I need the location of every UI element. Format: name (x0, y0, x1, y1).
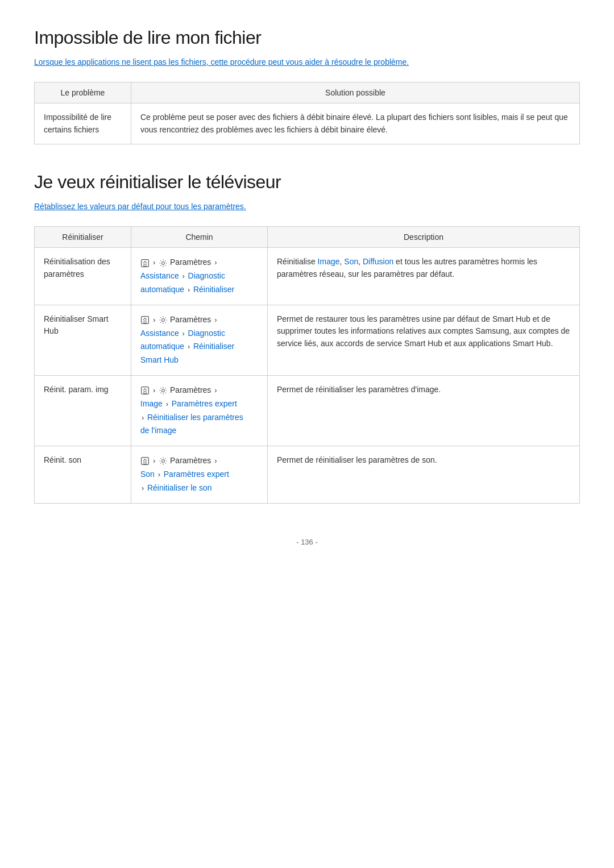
path-text-params-4: Paramètres (170, 456, 213, 465)
chevron-icon: › (214, 258, 217, 267)
cell-path-4: › Paramètres › Son › Paramètres expert (131, 446, 268, 503)
svg-point-2 (162, 261, 165, 264)
col-header-reinit: Réinitialiser (35, 227, 131, 248)
table-row: Réinitialiser SmartHub › Par (35, 305, 580, 375)
svg-rect-4 (144, 321, 146, 323)
svg-rect-1 (144, 264, 146, 266)
chevron-icon: › (166, 400, 171, 408)
path-smart-hub: Smart Hub (140, 355, 179, 364)
cell-desc-2: Permet de restaurer tous les paramètres … (268, 305, 580, 375)
svg-rect-9 (142, 458, 149, 465)
home-icon (140, 315, 150, 325)
page-footer: - 136 - (34, 538, 580, 546)
gear-icon (159, 315, 168, 325)
chevron-icon: › (182, 272, 187, 280)
chevron-icon: › (142, 413, 146, 422)
path-expert-3: Paramètres expert (172, 399, 237, 408)
chevron-icon: › (188, 342, 192, 351)
cell-desc-4: Permet de réinitialiser les paramètres d… (268, 446, 580, 503)
col-header-desc: Description (268, 227, 580, 248)
path-image-3: Image (140, 399, 163, 408)
svg-rect-10 (144, 462, 146, 464)
gear-icon (159, 386, 168, 395)
chevron-icon: › (153, 386, 155, 394)
section2-table: Réinitialiser Chemin Description Réiniti… (34, 226, 580, 503)
cell-desc-1: Réinitialise Image, Son, Diffusion et to… (268, 248, 580, 305)
chevron-icon: › (153, 258, 155, 267)
home-icon (140, 456, 150, 466)
col-header-solution: Solution possible (131, 82, 580, 103)
cell-solution: Ce problème peut se poser avec des fichi… (131, 103, 580, 144)
table-row: Réinitialisation desparamètres › (35, 248, 580, 305)
path-reinit-1: Réinitialiser (193, 285, 234, 294)
chevron-icon: › (188, 285, 192, 294)
table-row: Réinit. param. img › Paramèt (35, 375, 580, 446)
col-header-chemin: Chemin (131, 227, 268, 248)
cell-reinit-2: Réinitialiser SmartHub (35, 305, 131, 375)
path-assistance-2: Assistance (140, 329, 179, 338)
cell-problem: Impossibilité de lire certains fichiers (35, 103, 131, 144)
chevron-icon: › (214, 456, 217, 465)
path-assistance-1: Assistance (140, 271, 179, 280)
section2-subtitle: Rétablissez les valeurs par défaut pour … (34, 201, 580, 213)
path-auto-2: automatique (140, 342, 184, 351)
svg-rect-7 (144, 392, 146, 394)
chevron-icon: › (142, 484, 146, 492)
cell-path-3: › Paramètres › Image › Paramètres expert (131, 375, 268, 446)
cell-path-1: › Paramètres › Assistance › Diagnostic (131, 248, 268, 305)
path-de-limage: de l'image (140, 426, 176, 435)
chevron-icon: › (153, 456, 155, 465)
svg-rect-6 (142, 387, 149, 394)
path-diagnostic-2: Diagnostic (188, 329, 225, 338)
svg-point-11 (162, 460, 165, 463)
cell-reinit-1: Réinitialisation desparamètres (35, 248, 131, 305)
chevron-icon: › (158, 470, 163, 479)
chevron-icon: › (214, 386, 217, 394)
section1-title: Impossible de lire mon fichier (34, 27, 580, 48)
path-diagnostic-1: Diagnostic (188, 271, 225, 280)
table-row: Impossibilité de lire certains fichiers … (35, 103, 580, 144)
section1-subtitle: Lorsque les applications ne lisent pas l… (34, 56, 580, 68)
path-auto-1: automatique (140, 285, 184, 294)
path-text-params-2: Paramètres (170, 315, 213, 324)
gear-icon (159, 259, 168, 268)
gear-icon (159, 456, 168, 466)
home-icon (140, 259, 150, 268)
col-header-problem: Le problème (35, 82, 131, 103)
home-icon (140, 386, 150, 395)
chevron-icon: › (214, 315, 217, 324)
path-reinit-smarthub: Réinitialiser (193, 342, 234, 351)
cell-path-2: › Paramètres › Assistance › Diagnostic (131, 305, 268, 375)
path-expert-4: Paramètres expert (164, 470, 229, 479)
section2-title: Je veux réinitialiser le téléviseur (34, 172, 580, 193)
cell-reinit-3: Réinit. param. img (35, 375, 131, 446)
cell-desc-3: Permet de réinitialiser les paramètres d… (268, 375, 580, 446)
page-number: - 136 - (296, 538, 318, 546)
path-reinit-son: Réinitialiser le son (147, 483, 212, 492)
highlight-son: Son (344, 257, 358, 266)
table-row: Réinit. son › Paramètres (35, 446, 580, 503)
svg-rect-3 (142, 317, 149, 324)
cell-reinit-4: Réinit. son (35, 446, 131, 503)
path-son-4: Son (140, 470, 155, 479)
chevron-icon: › (182, 329, 187, 338)
svg-point-8 (162, 389, 165, 392)
highlight-image: Image (318, 257, 340, 266)
chevron-icon: › (153, 315, 155, 324)
highlight-diffusion: Diffusion (363, 257, 393, 266)
path-reinit-img: Réinitialiser les paramètres (147, 413, 243, 422)
section1-table: Le problème Solution possible Impossibil… (34, 82, 580, 144)
path-text-params-3: Paramètres (170, 385, 213, 394)
svg-point-5 (162, 319, 165, 322)
svg-rect-0 (142, 259, 149, 267)
path-text-params-1: Paramètres (170, 258, 213, 267)
